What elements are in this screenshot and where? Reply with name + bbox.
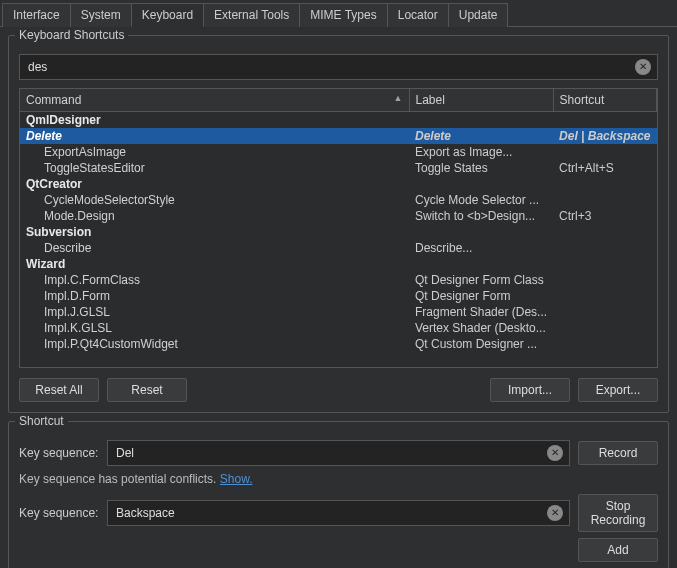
clear-icon[interactable]: ✕ (547, 505, 563, 521)
table-group[interactable]: Wizard (20, 256, 657, 272)
sort-asc-icon: ▲ (394, 93, 403, 103)
table-group[interactable]: Subversion (20, 224, 657, 240)
shortcut-group: Shortcut Key sequence: ✕ Record Key sequ… (8, 421, 669, 568)
table-row[interactable]: Impl.P.Qt4CustomWidgetQt Custom Designer… (20, 336, 657, 352)
tab-mime-types[interactable]: MIME Types (299, 3, 387, 27)
export-button[interactable]: Export... (578, 378, 658, 402)
reset-button[interactable]: Reset (107, 378, 187, 402)
tab-interface[interactable]: Interface (2, 3, 71, 27)
col-label[interactable]: Label (409, 89, 553, 112)
tab-external-tools[interactable]: External Tools (203, 3, 300, 27)
add-button[interactable]: Add (578, 538, 658, 562)
table-row[interactable]: Impl.J.GLSLFragment Shader (Des... (20, 304, 657, 320)
table-row[interactable]: DescribeDescribe... (20, 240, 657, 256)
table-row[interactable]: Impl.D.FormQt Designer Form (20, 288, 657, 304)
table-row[interactable]: Mode.DesignSwitch to <b>Design...Ctrl+3 (20, 208, 657, 224)
shortcut-table[interactable]: Command▲ Label Shortcut QmlDesignerDelet… (19, 88, 658, 368)
clear-search-icon[interactable]: ✕ (635, 59, 651, 75)
tab-keyboard[interactable]: Keyboard (131, 3, 204, 27)
table-row[interactable]: ExportAsImageExport as Image... (20, 144, 657, 160)
table-row[interactable]: DeleteDeleteDel | Backspace (20, 128, 657, 144)
key-sequence-label: Key sequence: (19, 506, 99, 520)
table-row[interactable]: ToggleStatesEditorToggle StatesCtrl+Alt+… (20, 160, 657, 176)
stop-recording-button[interactable]: Stop Recording (578, 494, 658, 532)
table-row[interactable]: Impl.C.FormClassQt Designer Form Class (20, 272, 657, 288)
conflict-message: Key sequence has potential conflicts. Sh… (19, 472, 658, 486)
table-group[interactable]: QmlDesigner (20, 112, 657, 129)
tab-bar: InterfaceSystemKeyboardExternal ToolsMIM… (0, 0, 677, 27)
key-sequence-label: Key sequence: (19, 446, 99, 460)
col-command[interactable]: Command▲ (20, 89, 409, 112)
show-conflicts-link[interactable]: Show. (220, 472, 253, 486)
group-title: Shortcut (15, 414, 68, 428)
key-sequence-field-1[interactable]: ✕ (107, 440, 570, 466)
table-group[interactable]: QtCreator (20, 176, 657, 192)
search-field[interactable]: ✕ (19, 54, 658, 80)
key-sequence-input-2[interactable] (114, 503, 547, 523)
col-shortcut[interactable]: Shortcut (553, 89, 656, 112)
tab-update[interactable]: Update (448, 3, 509, 27)
record-button[interactable]: Record (578, 441, 658, 465)
clear-icon[interactable]: ✕ (547, 445, 563, 461)
tab-locator[interactable]: Locator (387, 3, 449, 27)
group-title: Keyboard Shortcuts (15, 28, 128, 42)
key-sequence-field-2[interactable]: ✕ (107, 500, 570, 526)
table-row[interactable]: CycleModeSelectorStyleCycle Mode Selecto… (20, 192, 657, 208)
table-row[interactable]: Impl.K.GLSLVertex Shader (Deskto... (20, 320, 657, 336)
search-input[interactable] (26, 57, 635, 77)
import-button[interactable]: Import... (490, 378, 570, 402)
key-sequence-input-1[interactable] (114, 443, 547, 463)
keyboard-shortcuts-group: Keyboard Shortcuts ✕ Command▲ Label Shor… (8, 35, 669, 413)
reset-all-button[interactable]: Reset All (19, 378, 99, 402)
tab-system[interactable]: System (70, 3, 132, 27)
